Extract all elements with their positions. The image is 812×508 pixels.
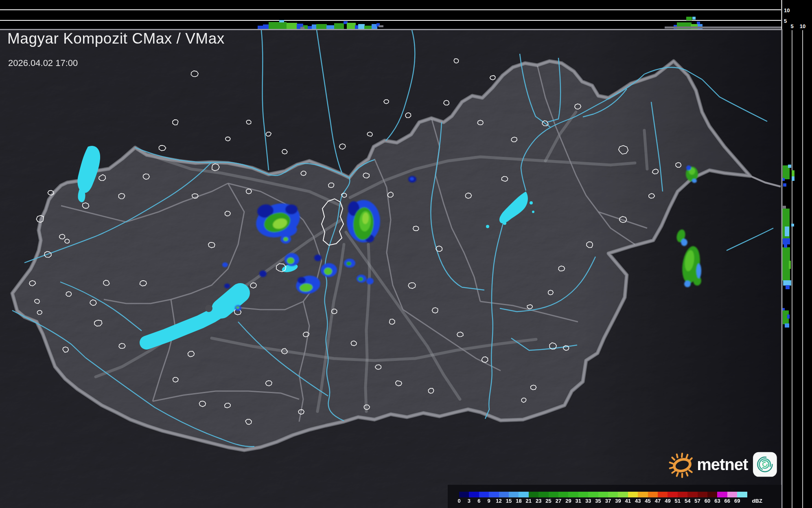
profile-echo — [785, 227, 789, 236]
colorbar-tick-label: 15 — [506, 498, 512, 504]
colorbar-tick-label: 49 — [665, 498, 670, 504]
radar-map-canvas[interactable]: 105510 — [0, 0, 812, 508]
colorbar-tick-label: 35 — [595, 498, 601, 504]
colorbar-cell — [578, 492, 588, 497]
radar-echo — [285, 205, 298, 214]
colorbar-cell — [608, 492, 618, 497]
colorbar-tick-label: 39 — [615, 498, 621, 504]
colorbar-tick-label: 47 — [655, 498, 661, 504]
radar-echo — [283, 237, 288, 241]
colorbar-cell — [648, 492, 658, 497]
metnet-app-icon — [753, 450, 777, 479]
profile-echo — [326, 25, 335, 29]
colorbar-tick-label: 69 — [734, 498, 740, 504]
profile-echo — [312, 24, 317, 29]
colorbar-tick-label: 21 — [526, 498, 532, 504]
colorbar-tick-label: 31 — [576, 498, 581, 504]
colorbar-cell — [598, 492, 608, 497]
profile-echo — [287, 23, 297, 29]
height-axis-label: 10 — [800, 23, 805, 29]
lake — [503, 222, 506, 225]
colorbar-tick-label: 23 — [536, 498, 541, 504]
sun-icon — [668, 448, 696, 481]
radar-echo — [358, 277, 363, 281]
colorbar-cell — [658, 492, 668, 497]
profile-echo — [785, 323, 789, 328]
profile-echo — [783, 238, 790, 244]
colorbar-cell — [469, 492, 479, 497]
radar-echo — [410, 177, 414, 180]
lake — [530, 201, 533, 205]
profile-echo — [372, 24, 377, 29]
colorbar-cell — [499, 492, 509, 497]
colorbar-cell — [568, 492, 578, 497]
profile-echo — [358, 24, 365, 29]
colorbar-cell — [489, 492, 499, 497]
radar-echo — [324, 268, 332, 275]
profile-echo — [792, 170, 794, 177]
profile-echo — [786, 285, 790, 289]
profile-echo — [783, 206, 786, 209]
radar-echo — [693, 276, 701, 286]
profile-echo — [258, 26, 263, 29]
colorbar-cell — [509, 492, 519, 497]
colorbar-cell — [538, 492, 548, 497]
radar-echo — [686, 165, 691, 170]
colorbar-tick-label: 12 — [496, 498, 501, 504]
colorbar-tick-label: 25 — [545, 498, 551, 504]
colorbar-cell — [727, 492, 737, 497]
colorbar-cell — [479, 492, 489, 497]
colorbar-cell — [529, 492, 538, 497]
colorbar-unit-label: dBZ — [752, 498, 762, 504]
profile-echo — [347, 23, 356, 29]
profile-echo — [269, 22, 287, 29]
profile-echo — [334, 23, 344, 29]
profile-echo — [665, 26, 781, 29]
profile-echo — [791, 224, 794, 227]
colorbar-cell — [687, 492, 697, 497]
colorbar-tick-label: 18 — [516, 498, 521, 504]
colorbar-cell — [678, 492, 687, 497]
profile-echo — [686, 17, 692, 20]
profile-echo — [379, 25, 383, 27]
colorbar-cell — [618, 492, 628, 497]
radar-echo — [314, 255, 322, 261]
colorbar-tick-label: 6 — [477, 498, 480, 504]
radar-echo — [346, 262, 351, 266]
colorbar-tick-label: 43 — [635, 498, 641, 504]
profile-echo — [279, 20, 284, 22]
profile-echo — [789, 261, 791, 269]
colorbar-tick-label: 45 — [645, 498, 650, 504]
colorbar-tick-label: 54 — [685, 498, 690, 504]
dbz-colorbar-legend: 0369121518212325272931333537394143454749… — [448, 485, 781, 508]
profile-echo — [692, 17, 696, 20]
radar-echo — [298, 277, 306, 284]
profile-echo — [783, 280, 791, 286]
colorbar-cell — [519, 492, 528, 497]
profile-echo — [697, 22, 700, 24]
colorbar-cell — [698, 492, 707, 497]
colorbar-cell — [558, 492, 568, 497]
radar-echo — [366, 278, 374, 284]
radar-echo — [696, 264, 701, 278]
colorbar-tick-label: 37 — [605, 498, 611, 504]
colorbar-cell — [638, 492, 648, 497]
colorbar-tick-label: 33 — [585, 498, 591, 504]
radar-viewer: 105510 Magyar Kompozit CMax / VMax 2026.… — [0, 0, 812, 508]
metnet-logo[interactable]: metnet — [668, 447, 777, 482]
radar-echo — [224, 284, 230, 288]
profile-echo — [792, 176, 794, 181]
profile-echo — [783, 183, 786, 187]
colorbar-tick-label: 60 — [705, 498, 710, 504]
colorbar-tick-label: 27 — [556, 498, 561, 504]
height-axis-label: 10 — [784, 7, 790, 13]
colorbar-tick-label: 66 — [724, 498, 730, 504]
radar-echo — [684, 281, 691, 287]
colorbar-cell — [707, 492, 717, 497]
colorbar-tick-label: 63 — [714, 498, 720, 504]
colorbar-tick-label: 57 — [694, 498, 700, 504]
radar-echo — [259, 270, 267, 277]
colorbar-cell — [668, 492, 677, 497]
colorbar-cell — [737, 492, 747, 497]
profile-echo — [784, 244, 787, 248]
